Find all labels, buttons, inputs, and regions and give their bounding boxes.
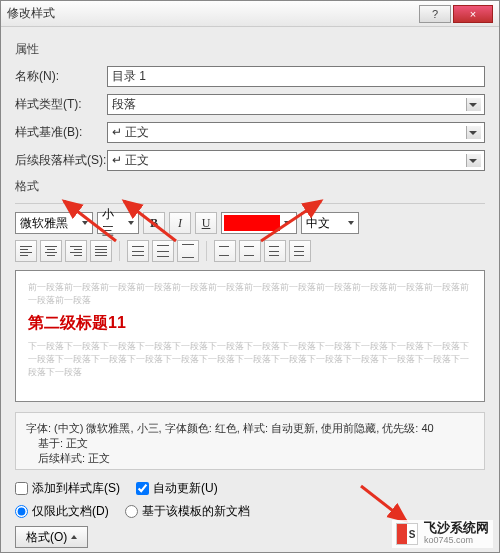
align-justify-button[interactable]	[90, 240, 112, 262]
line-spacing-15-button[interactable]	[152, 240, 174, 262]
format-menu-button[interactable]: 格式(O)	[15, 526, 88, 548]
font-size-combo[interactable]: 小三	[97, 212, 139, 234]
align-right-button[interactable]	[65, 240, 87, 262]
align-left-button[interactable]	[15, 240, 37, 262]
titlebar: 修改样式 ? ×	[1, 1, 499, 27]
description-box: 字体: (中文) 微软雅黑, 小三, 字体颜色: 红色, 样式: 自动更新, 使…	[15, 412, 485, 470]
font-format-row: 微软雅黑 小三 B I U 中文	[15, 212, 485, 234]
name-label: 名称(N):	[15, 68, 107, 85]
name-input[interactable]: 目录 1	[107, 66, 485, 87]
follow-label: 后续段落样式(S):	[15, 152, 107, 169]
following-style-select[interactable]: ↵ 正文	[107, 150, 485, 171]
watermark-brand: 飞沙系统网	[424, 522, 489, 534]
space-before-dec-button[interactable]	[239, 240, 261, 262]
based-on-select[interactable]: ↵ 正文	[107, 122, 485, 143]
dialog-content: 属性 名称(N): 目录 1 样式类型(T): 段落 样式基准(B): ↵ 正文…	[1, 27, 499, 553]
preview-before-text: 前一段落前一段落前一段落前一段落前一段落前一段落前一段落前一段落前一段落前一段落…	[28, 281, 472, 307]
type-label: 样式类型(T):	[15, 96, 107, 113]
watermark: S 飞沙系统网 ko0745.com	[392, 520, 493, 548]
watermark-url: ko0745.com	[424, 534, 489, 546]
underline-button[interactable]: U	[195, 212, 217, 234]
watermark-logo-icon: S	[396, 523, 418, 545]
close-button[interactable]: ×	[453, 5, 493, 23]
auto-update-checkbox[interactable]: 自动更新(U)	[136, 480, 218, 497]
desc-line-2: 基于: 正文	[26, 436, 474, 451]
based-label: 样式基准(B):	[15, 124, 107, 141]
italic-button[interactable]: I	[169, 212, 191, 234]
color-swatch	[224, 215, 280, 231]
new-docs-radio[interactable]: 基于该模板的新文档	[125, 503, 250, 520]
type-select[interactable]: 段落	[107, 94, 485, 115]
preview-box: 前一段落前一段落前一段落前一段落前一段落前一段落前一段落前一段落前一段落前一段落…	[15, 270, 485, 402]
align-center-button[interactable]	[40, 240, 62, 262]
properties-label: 属性	[15, 41, 485, 58]
language-combo[interactable]: 中文	[301, 212, 359, 234]
line-spacing-2-button[interactable]	[177, 240, 199, 262]
add-to-list-checkbox[interactable]: 添加到样式库(S)	[15, 480, 120, 497]
indent-dec-button[interactable]	[264, 240, 286, 262]
format-label: 格式	[15, 178, 485, 195]
help-button[interactable]: ?	[419, 5, 451, 23]
dialog-title: 修改样式	[7, 5, 417, 22]
preview-after-text: 下一段落下一段落下一段落下一段落下一段落下一段落下一段落下一段落下一段落下一段落…	[28, 340, 472, 379]
separator	[119, 241, 120, 261]
indent-inc-button[interactable]	[289, 240, 311, 262]
desc-line-3: 后续样式: 正文	[26, 451, 474, 466]
paragraph-format-row	[15, 240, 485, 262]
separator	[206, 241, 207, 261]
divider	[15, 203, 485, 204]
font-family-combo[interactable]: 微软雅黑	[15, 212, 93, 234]
bold-button[interactable]: B	[143, 212, 165, 234]
this-doc-radio[interactable]: 仅限此文档(D)	[15, 503, 109, 520]
modify-style-dialog: 修改样式 ? × 属性 名称(N): 目录 1 样式类型(T): 段落 样式基准…	[0, 0, 500, 553]
font-color-combo[interactable]	[221, 212, 297, 234]
space-before-inc-button[interactable]	[214, 240, 236, 262]
line-spacing-1-button[interactable]	[127, 240, 149, 262]
desc-line-1: 字体: (中文) 微软雅黑, 小三, 字体颜色: 红色, 样式: 自动更新, 使…	[26, 421, 474, 436]
preview-sample-text: 第二级标题11	[28, 313, 472, 334]
